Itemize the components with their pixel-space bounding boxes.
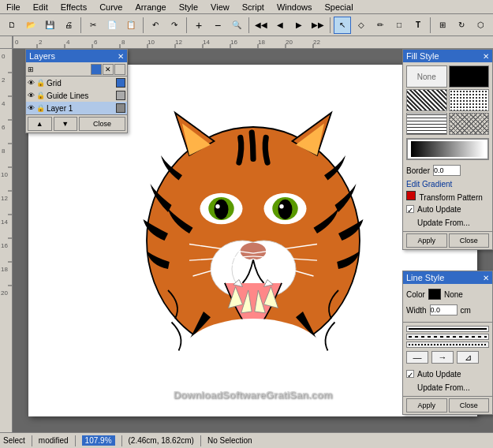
- fill-style-title: Fill Style ✕: [403, 50, 492, 62]
- delete-layer-button[interactable]: ✕: [103, 64, 114, 75]
- auto-update-checkbox[interactable]: ✓: [406, 205, 414, 213]
- layer-eye-1[interactable]: 👁: [28, 104, 35, 112]
- main-toolbar: 🗋 📂 💾 🖨 ✂ 📄 📋 ↶ ↷ + − 🔍 ◀◀ ◀ ▶ ▶▶ ↖ ◇ ✏ …: [0, 14, 493, 36]
- layer-eye-grid[interactable]: 👁: [28, 79, 35, 87]
- layer-up-button[interactable]: ▲: [28, 117, 52, 131]
- border-input[interactable]: [433, 165, 461, 176]
- fill-swatch-pattern3[interactable]: [406, 113, 447, 135]
- align-button[interactable]: ⊞: [434, 17, 451, 34]
- edit-gradient-row[interactable]: Edit Gradient: [406, 177, 489, 190]
- copy-button[interactable]: 📄: [103, 17, 121, 34]
- svg-text:2: 2: [39, 39, 43, 46]
- nav-left-button[interactable]: ◀◀: [252, 17, 270, 34]
- status-coordinates: (2.46cm, 18.62cm): [129, 436, 194, 445]
- fill-close-icon[interactable]: ✕: [483, 52, 489, 61]
- menu-script[interactable]: Script: [239, 2, 267, 13]
- svg-text:18: 18: [1, 266, 8, 273]
- fill-swatch-pattern2[interactable]: [449, 89, 490, 111]
- menu-view[interactable]: View: [207, 2, 233, 13]
- layers-panel: Layers ✕ ⊞ ✕ 👁 🔒 Grid 👁 🔒 Guide Lines: [25, 49, 128, 133]
- line-auto-update-checkbox[interactable]: ✓: [406, 370, 414, 378]
- menu-file[interactable]: File: [3, 2, 24, 13]
- watermark: DownloadSoftwareGratiSan.com: [174, 389, 333, 401]
- fill-swatch-pattern1[interactable]: [406, 89, 447, 111]
- line-title-label: Line Style: [406, 273, 444, 282]
- layers-panel-title: Layers ✕: [26, 50, 127, 62]
- fill-apply-button[interactable]: Apply: [406, 233, 447, 248]
- menu-curve[interactable]: Curve: [96, 2, 125, 13]
- menu-windows[interactable]: Windows: [274, 2, 316, 13]
- transform-button[interactable]: ↻: [453, 17, 470, 34]
- menu-style[interactable]: Style: [176, 2, 201, 13]
- fill-close-button[interactable]: Close: [449, 233, 490, 248]
- layer-eye-guide[interactable]: 👁: [28, 91, 35, 99]
- line-color-swatch[interactable]: [428, 289, 441, 300]
- node-tool-button[interactable]: ◇: [353, 17, 370, 34]
- layer-color-guide: [116, 91, 125, 100]
- open-button[interactable]: 📂: [22, 17, 39, 34]
- border-row: Border: [406, 164, 489, 177]
- menu-edit[interactable]: Edit: [30, 2, 51, 13]
- line-close-button[interactable]: Close: [449, 398, 490, 413]
- tiger-artwork: [111, 63, 395, 418]
- line-close-icon[interactable]: ✕: [483, 274, 489, 282]
- text-tool-button[interactable]: T: [409, 17, 427, 34]
- fill-swatch-none[interactable]: None: [406, 65, 447, 88]
- menu-special[interactable]: Special: [322, 2, 357, 13]
- paste-button[interactable]: 📋: [122, 17, 140, 34]
- drawing-canvas[interactable]: Layers ✕ ⊞ ✕ 👁 🔒 Grid 👁 🔒 Guide Lines: [13, 49, 493, 432]
- line-preview-dashed[interactable]: [406, 334, 489, 340]
- new-button[interactable]: 🗋: [3, 17, 21, 34]
- zoom-in-button[interactable]: +: [190, 17, 207, 34]
- zoom-out-button[interactable]: −: [209, 17, 226, 34]
- print-button[interactable]: 🖨: [60, 17, 77, 34]
- menu-arrange[interactable]: Arrange: [132, 2, 169, 13]
- zoom-fit-button[interactable]: 🔍: [228, 17, 245, 34]
- layer-lock-1[interactable]: 🔒: [36, 104, 45, 112]
- layer-down-button[interactable]: ▼: [54, 117, 78, 131]
- line-auto-update-row: ✓ Auto Update: [406, 368, 489, 380]
- status-sep-4: [200, 435, 201, 446]
- fill-swatch-pattern4[interactable]: [449, 113, 490, 135]
- layer-lock-grid[interactable]: 🔒: [36, 79, 45, 87]
- selection-label: No Selection: [207, 436, 252, 445]
- line-update-from-row[interactable]: Update From...: [406, 381, 489, 394]
- line-preview-solid[interactable]: [406, 326, 489, 332]
- shape-tool-button[interactable]: □: [390, 17, 408, 34]
- line-update-from-label: Update From...: [417, 383, 470, 392]
- layer-row-1: 👁 🔒 Layer 1: [26, 102, 127, 114]
- nav-prev-button[interactable]: ◀: [271, 17, 289, 34]
- menu-effects[interactable]: Effects: [58, 2, 90, 13]
- line-apply-button[interactable]: Apply: [406, 398, 447, 413]
- svg-point-66: [182, 319, 324, 390]
- layer-options-button[interactable]: [114, 64, 125, 75]
- layers-close-button[interactable]: ✕: [118, 52, 124, 61]
- menu-bar: File Edit Effects Curve Arrange Style Vi…: [0, 0, 493, 14]
- line-width-input[interactable]: [430, 304, 458, 315]
- svg-text:8: 8: [121, 39, 125, 46]
- update-from-row[interactable]: Update From...: [406, 216, 489, 229]
- redo-button[interactable]: ↷: [166, 17, 183, 34]
- status-bar: Select modified 107.9% (2.46cm, 18.62cm)…: [0, 432, 493, 448]
- line-width-row: Width cm: [406, 303, 489, 317]
- symbol-button[interactable]: ⬡: [472, 17, 489, 34]
- pen-tool-button[interactable]: ✏: [372, 17, 389, 34]
- undo-button[interactable]: ↶: [147, 17, 164, 34]
- nav-right-button[interactable]: ▶▶: [309, 17, 327, 34]
- line-end-none[interactable]: —: [406, 351, 428, 364]
- line-join-miter[interactable]: ⊿: [457, 351, 479, 364]
- svg-text:20: 20: [1, 289, 8, 297]
- fill-swatch-black[interactable]: [449, 65, 490, 88]
- new-layer-button[interactable]: [91, 64, 102, 75]
- svg-text:12: 12: [1, 195, 8, 202]
- layer-lock-guide[interactable]: 🔒: [36, 91, 45, 99]
- save-button[interactable]: 💾: [41, 17, 58, 34]
- select-tool-button[interactable]: ↖: [334, 17, 351, 34]
- line-end-arrow[interactable]: →: [431, 351, 454, 364]
- cut-button[interactable]: ✂: [84, 17, 102, 34]
- line-preview-dotted[interactable]: [406, 342, 489, 348]
- nav-next-button[interactable]: ▶: [290, 17, 308, 34]
- layer-close-button[interactable]: Close: [79, 117, 125, 131]
- status-sep-1: [32, 435, 32, 446]
- svg-text:12: 12: [175, 39, 182, 46]
